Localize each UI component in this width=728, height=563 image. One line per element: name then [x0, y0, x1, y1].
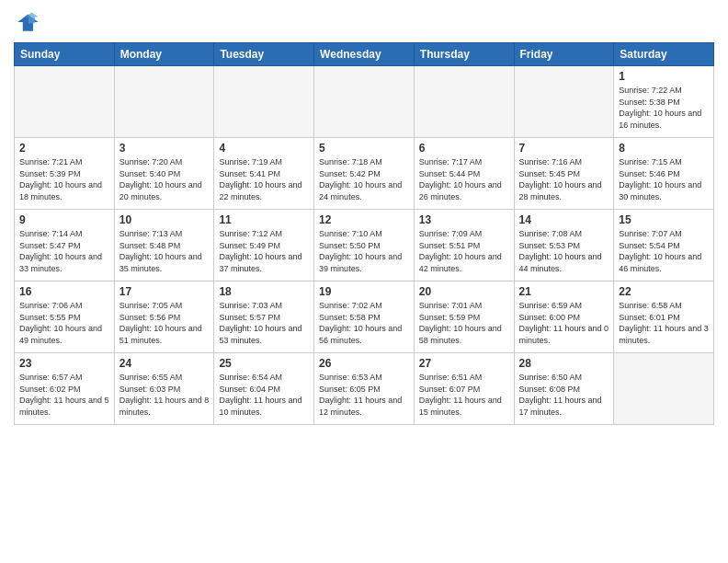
day-number: 13 [419, 213, 509, 226]
day-number: 7 [519, 142, 609, 155]
day-number: 24 [119, 357, 210, 370]
calendar-cell: 8Sunrise: 7:15 AM Sunset: 5:46 PM Daylig… [614, 138, 714, 210]
calendar-cell [614, 353, 714, 425]
calendar-cell: 14Sunrise: 7:08 AM Sunset: 5:53 PM Dayli… [514, 210, 614, 282]
page: SundayMondayTuesdayWednesdayThursdayFrid… [0, 0, 728, 434]
calendar-cell [15, 66, 115, 138]
calendar-cell: 7Sunrise: 7:16 AM Sunset: 5:45 PM Daylig… [514, 138, 614, 210]
calendar-cell: 11Sunrise: 7:12 AM Sunset: 5:49 PM Dayli… [214, 210, 314, 282]
day-info: Sunrise: 7:17 AM Sunset: 5:44 PM Dayligh… [419, 156, 509, 202]
day-number: 10 [119, 213, 210, 226]
calendar-cell: 6Sunrise: 7:17 AM Sunset: 5:44 PM Daylig… [414, 138, 514, 210]
day-number: 15 [619, 213, 709, 226]
week-row-1: 1Sunrise: 7:22 AM Sunset: 5:38 PM Daylig… [15, 66, 714, 138]
calendar-table: SundayMondayTuesdayWednesdayThursdayFrid… [14, 42, 714, 425]
day-number: 2 [19, 142, 109, 155]
day-info: Sunrise: 7:19 AM Sunset: 5:41 PM Dayligh… [219, 156, 309, 202]
day-number: 21 [519, 285, 609, 298]
day-number: 26 [319, 357, 409, 370]
day-info: Sunrise: 7:16 AM Sunset: 5:45 PM Dayligh… [519, 156, 609, 202]
weekday-friday: Friday [514, 43, 614, 66]
calendar-cell: 17Sunrise: 7:05 AM Sunset: 5:56 PM Dayli… [114, 282, 214, 353]
week-row-3: 9Sunrise: 7:14 AM Sunset: 5:47 PM Daylig… [15, 210, 714, 282]
day-number: 20 [419, 285, 509, 298]
week-row-2: 2Sunrise: 7:21 AM Sunset: 5:39 PM Daylig… [15, 138, 714, 210]
calendar-header: SundayMondayTuesdayWednesdayThursdayFrid… [15, 43, 714, 66]
calendar-cell: 19Sunrise: 7:02 AM Sunset: 5:58 PM Dayli… [314, 282, 415, 353]
week-row-4: 16Sunrise: 7:06 AM Sunset: 5:55 PM Dayli… [15, 282, 714, 353]
day-info: Sunrise: 7:07 AM Sunset: 5:54 PM Dayligh… [619, 228, 709, 274]
weekday-header-row: SundayMondayTuesdayWednesdayThursdayFrid… [15, 43, 714, 66]
day-number: 3 [119, 142, 210, 155]
weekday-thursday: Thursday [414, 43, 514, 66]
day-info: Sunrise: 7:12 AM Sunset: 5:49 PM Dayligh… [219, 228, 309, 274]
day-number: 8 [619, 142, 709, 155]
day-number: 28 [519, 357, 609, 370]
day-number: 25 [219, 357, 309, 370]
calendar-cell: 2Sunrise: 7:21 AM Sunset: 5:39 PM Daylig… [15, 138, 115, 210]
day-info: Sunrise: 7:06 AM Sunset: 5:55 PM Dayligh… [19, 300, 109, 346]
calendar-body: 1Sunrise: 7:22 AM Sunset: 5:38 PM Daylig… [15, 66, 714, 425]
day-info: Sunrise: 7:03 AM Sunset: 5:57 PM Dayligh… [219, 300, 309, 346]
weekday-tuesday: Tuesday [214, 43, 314, 66]
calendar-cell [114, 66, 214, 138]
calendar-cell: 1Sunrise: 7:22 AM Sunset: 5:38 PM Daylig… [614, 66, 714, 138]
calendar-cell: 23Sunrise: 6:57 AM Sunset: 6:02 PM Dayli… [15, 353, 115, 425]
day-info: Sunrise: 7:21 AM Sunset: 5:39 PM Dayligh… [19, 156, 109, 202]
calendar-cell: 10Sunrise: 7:13 AM Sunset: 5:48 PM Dayli… [114, 210, 214, 282]
day-info: Sunrise: 7:13 AM Sunset: 5:48 PM Dayligh… [119, 228, 210, 274]
day-info: Sunrise: 7:18 AM Sunset: 5:42 PM Dayligh… [319, 156, 409, 202]
calendar-cell: 16Sunrise: 7:06 AM Sunset: 5:55 PM Dayli… [15, 282, 115, 353]
day-number: 18 [219, 285, 309, 298]
day-number: 12 [319, 213, 409, 226]
day-number: 27 [419, 357, 509, 370]
day-number: 14 [519, 213, 609, 226]
day-number: 5 [319, 142, 409, 155]
day-info: Sunrise: 7:01 AM Sunset: 5:59 PM Dayligh… [419, 300, 509, 346]
calendar-cell: 15Sunrise: 7:07 AM Sunset: 5:54 PM Dayli… [614, 210, 714, 282]
weekday-saturday: Saturday [614, 43, 714, 66]
logo [14, 9, 43, 35]
day-info: Sunrise: 7:14 AM Sunset: 5:47 PM Dayligh… [19, 228, 109, 274]
day-number: 19 [319, 285, 409, 298]
day-info: Sunrise: 6:51 AM Sunset: 6:07 PM Dayligh… [419, 372, 509, 418]
calendar-cell: 4Sunrise: 7:19 AM Sunset: 5:41 PM Daylig… [214, 138, 314, 210]
day-number: 6 [419, 142, 509, 155]
calendar-cell: 3Sunrise: 7:20 AM Sunset: 5:40 PM Daylig… [114, 138, 214, 210]
calendar-cell: 22Sunrise: 6:58 AM Sunset: 6:01 PM Dayli… [614, 282, 714, 353]
calendar-cell [414, 66, 514, 138]
day-info: Sunrise: 6:57 AM Sunset: 6:02 PM Dayligh… [19, 372, 109, 418]
day-info: Sunrise: 7:09 AM Sunset: 5:51 PM Dayligh… [419, 228, 509, 274]
calendar-cell: 27Sunrise: 6:51 AM Sunset: 6:07 PM Dayli… [414, 353, 514, 425]
day-info: Sunrise: 6:50 AM Sunset: 6:08 PM Dayligh… [519, 372, 609, 418]
calendar-cell: 5Sunrise: 7:18 AM Sunset: 5:42 PM Daylig… [314, 138, 415, 210]
calendar-cell: 18Sunrise: 7:03 AM Sunset: 5:57 PM Dayli… [214, 282, 314, 353]
day-number: 17 [119, 285, 210, 298]
weekday-wednesday: Wednesday [314, 43, 415, 66]
day-info: Sunrise: 7:02 AM Sunset: 5:58 PM Dayligh… [319, 300, 409, 346]
calendar-cell: 26Sunrise: 6:53 AM Sunset: 6:05 PM Dayli… [314, 353, 415, 425]
day-info: Sunrise: 6:59 AM Sunset: 6:00 PM Dayligh… [519, 300, 609, 346]
day-info: Sunrise: 6:53 AM Sunset: 6:05 PM Dayligh… [319, 372, 409, 418]
calendar-cell: 13Sunrise: 7:09 AM Sunset: 5:51 PM Dayli… [414, 210, 514, 282]
header [14, 9, 714, 35]
day-info: Sunrise: 7:05 AM Sunset: 5:56 PM Dayligh… [119, 300, 210, 346]
logo-icon [14, 9, 40, 35]
day-info: Sunrise: 7:22 AM Sunset: 5:38 PM Dayligh… [619, 85, 709, 131]
day-info: Sunrise: 7:15 AM Sunset: 5:46 PM Dayligh… [619, 156, 709, 202]
calendar-cell: 20Sunrise: 7:01 AM Sunset: 5:59 PM Dayli… [414, 282, 514, 353]
day-number: 11 [219, 213, 309, 226]
day-info: Sunrise: 6:55 AM Sunset: 6:03 PM Dayligh… [119, 372, 210, 418]
calendar-cell: 28Sunrise: 6:50 AM Sunset: 6:08 PM Dayli… [514, 353, 614, 425]
day-number: 23 [19, 357, 109, 370]
calendar-cell: 21Sunrise: 6:59 AM Sunset: 6:00 PM Dayli… [514, 282, 614, 353]
day-info: Sunrise: 6:54 AM Sunset: 6:04 PM Dayligh… [219, 372, 309, 418]
calendar-cell [214, 66, 314, 138]
day-number: 1 [619, 70, 709, 83]
weekday-sunday: Sunday [15, 43, 115, 66]
day-info: Sunrise: 7:20 AM Sunset: 5:40 PM Dayligh… [119, 156, 210, 202]
calendar-cell: 25Sunrise: 6:54 AM Sunset: 6:04 PM Dayli… [214, 353, 314, 425]
calendar-cell: 24Sunrise: 6:55 AM Sunset: 6:03 PM Dayli… [114, 353, 214, 425]
day-number: 9 [19, 213, 109, 226]
day-info: Sunrise: 6:58 AM Sunset: 6:01 PM Dayligh… [619, 300, 709, 346]
